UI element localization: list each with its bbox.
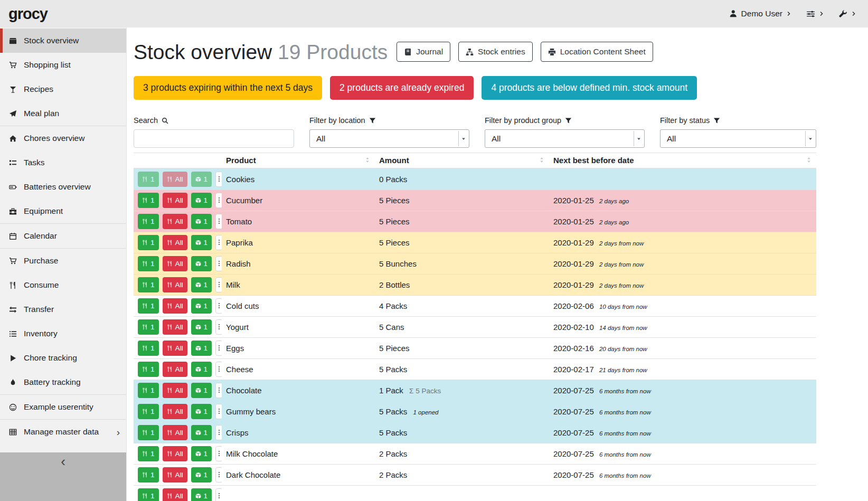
consume-one-button[interactable]: 1 [138,214,159,229]
row-menu-button[interactable] [215,298,222,314]
row-menu-button[interactable] [215,446,222,461]
consume-all-button[interactable]: All [163,488,187,501]
sidebar-item-transfer[interactable]: Transfer [0,297,126,322]
row-menu-button[interactable] [215,362,222,377]
sidebar-item-manage-master-data[interactable]: Manage master data› [0,420,126,444]
consume-one-button[interactable]: 1 [138,256,159,271]
row-menu-button[interactable] [215,319,222,335]
location-content-sheet-button[interactable]: Location Content Sheet [541,42,653,62]
open-one-button[interactable]: 1 [191,256,212,271]
sidebar-item-calendar[interactable]: Calendar [0,224,126,248]
open-one-button[interactable]: 1 [191,235,212,250]
row-menu-button[interactable] [215,425,222,440]
column-header-product[interactable]: Product [222,153,375,168]
consume-all-button[interactable]: All [163,277,187,292]
open-one-button[interactable]: 1 [191,467,212,483]
user-menu[interactable]: Demo User [729,9,791,18]
sidebar-item-meal-plan[interactable]: Meal plan [0,101,126,126]
status-filter[interactable]: All [660,129,816,148]
consume-one-button[interactable]: 1 [138,235,159,250]
consume-all-button[interactable]: All [163,425,187,440]
sort-icon[interactable] [364,157,371,163]
open-one-button[interactable]: 1 [191,298,212,314]
stock-entries-button[interactable]: Stock entries [458,42,533,62]
consume-one-button[interactable]: 1 [138,446,159,461]
column-header-amount[interactable]: Amount [375,153,549,168]
product-group-filter[interactable]: All [485,129,645,148]
open-one-button[interactable]: 1 [191,383,212,398]
row-menu-button[interactable] [215,467,222,483]
open-one-button[interactable]: 1 [191,446,212,461]
row-menu-button[interactable] [215,277,222,292]
settings-menu[interactable] [806,10,824,18]
consume-one-button[interactable]: 1 [138,193,159,208]
consume-all-button[interactable]: All [163,362,187,377]
sidebar-item-purchase[interactable]: Purchase [0,249,126,273]
consume-all-button[interactable]: All [163,446,187,461]
consume-all-button[interactable]: All [163,172,187,187]
consume-all-button[interactable]: All [163,319,187,335]
search-input[interactable] [134,129,294,148]
sidebar-item-inventory[interactable]: Inventory [0,322,126,346]
consume-all-button[interactable]: All [163,235,187,250]
consume-all-button[interactable]: All [163,404,187,419]
consume-one-button[interactable]: 1 [138,341,159,356]
consume-one-button[interactable]: 1 [138,172,159,187]
open-one-button[interactable]: 1 [191,425,212,440]
sidebar-item-batteries-overview[interactable]: Batteries overview [0,175,126,199]
row-menu-button[interactable] [215,172,222,187]
open-one-button[interactable]: 1 [191,341,212,356]
consume-one-button[interactable]: 1 [138,319,159,335]
consume-one-button[interactable]: 1 [138,298,159,314]
row-menu-button[interactable] [215,341,222,356]
row-menu-button[interactable] [215,256,222,271]
expired-banner[interactable]: 2 products are already expired [330,76,474,100]
column-header-next-best-before-date[interactable]: Next best before date [549,153,816,168]
app-logo[interactable]: grocy [8,5,48,23]
consume-one-button[interactable]: 1 [138,467,159,483]
row-menu-button[interactable] [215,214,222,229]
sidebar-item-recipes[interactable]: Recipes [0,77,126,101]
row-menu-button[interactable] [215,383,222,398]
consume-one-button[interactable]: 1 [138,404,159,419]
sidebar-item-shopping-list[interactable]: Shopping list [0,53,126,77]
consume-all-button[interactable]: All [163,298,187,314]
open-one-button[interactable]: 1 [191,319,212,335]
row-menu-button[interactable] [215,193,222,208]
open-one-button[interactable]: 1 [191,193,212,208]
sort-icon[interactable] [539,157,545,163]
admin-menu[interactable] [839,10,856,18]
row-menu-button[interactable] [215,235,222,250]
consume-one-button[interactable]: 1 [138,277,159,292]
open-one-button[interactable]: 1 [191,488,212,501]
consume-all-button[interactable]: All [163,383,187,398]
expiring-soon-banner[interactable]: 3 products expiring within the next 5 da… [134,76,322,100]
sidebar-item-consume[interactable]: Consume [0,273,126,297]
consume-one-button[interactable]: 1 [138,383,159,398]
row-menu-button[interactable] [215,488,222,501]
journal-button[interactable]: Journal [397,42,450,62]
sidebar-item-stock-overview[interactable]: Stock overview [0,29,126,53]
open-one-button[interactable]: 1 [191,277,212,292]
consume-all-button[interactable]: All [163,214,187,229]
sort-icon[interactable] [806,157,812,163]
consume-one-button[interactable]: 1 [138,425,159,440]
open-one-button[interactable]: 1 [191,172,212,187]
sidebar-item-equipment[interactable]: Equipment [0,199,126,223]
location-filter[interactable]: All [309,129,469,148]
consume-all-button[interactable]: All [163,341,187,356]
consume-one-button[interactable]: 1 [138,488,159,501]
sidebar-item-example-userentity[interactable]: Example userentity [0,395,126,419]
open-one-button[interactable]: 1 [191,404,212,419]
sidebar-item-battery-tracking[interactable]: Battery tracking [0,370,126,394]
row-menu-button[interactable] [215,404,222,419]
open-one-button[interactable]: 1 [191,362,212,377]
below-min-stock-banner[interactable]: 4 products are below defined min. stock … [482,76,697,100]
consume-one-button[interactable]: 1 [138,362,159,377]
sidebar-item-chores-overview[interactable]: Chores overview [0,126,126,150]
consume-all-button[interactable]: All [163,256,187,271]
sidebar-item-chore-tracking[interactable]: Chore tracking [0,346,126,370]
sidebar-item-tasks[interactable]: Tasks [0,150,126,175]
sidebar-collapse-button[interactable]: ‹ [61,453,65,470]
open-one-button[interactable]: 1 [191,214,212,229]
